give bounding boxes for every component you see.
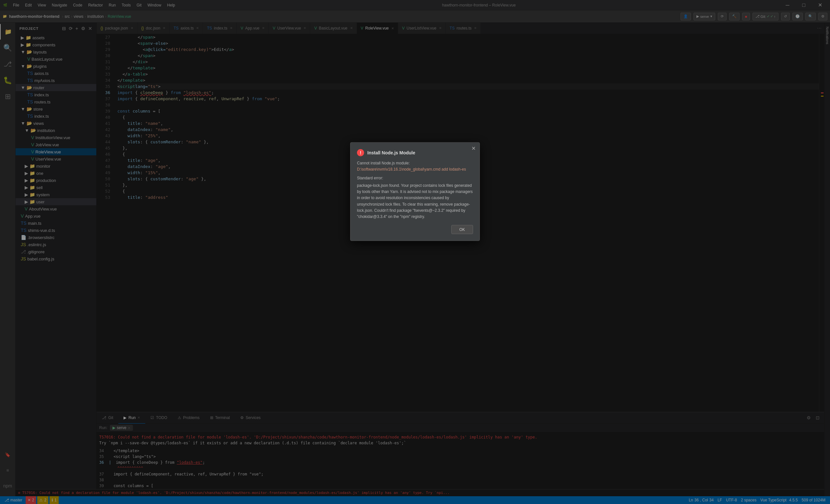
- modal-body-line5: package-lock.json found. Your project co…: [357, 183, 473, 220]
- modal-body: Cannot install Node.js module: D:\softwa…: [357, 160, 473, 220]
- modal-title-text: Install Node.js Module: [368, 150, 415, 155]
- modal-body-line4: Standard error:: [357, 175, 473, 181]
- modal-error-icon: !: [357, 149, 364, 156]
- modal-title: ! Install Node.js Module: [357, 149, 473, 156]
- modal-overlay[interactable]: ✕ ! Install Node.js Module Cannot instal…: [0, 0, 830, 504]
- modal-body-line1: Cannot install Node.js module:: [357, 160, 473, 166]
- modal-ok-button[interactable]: OK: [451, 225, 473, 234]
- modal-body-line2: D:\software\nvm\v18.16.1\node_global\yar…: [357, 166, 473, 172]
- modal-dialog: ✕ ! Install Node.js Module Cannot instal…: [350, 142, 480, 241]
- modal-close-button[interactable]: ✕: [471, 145, 476, 151]
- modal-footer: OK: [357, 225, 473, 234]
